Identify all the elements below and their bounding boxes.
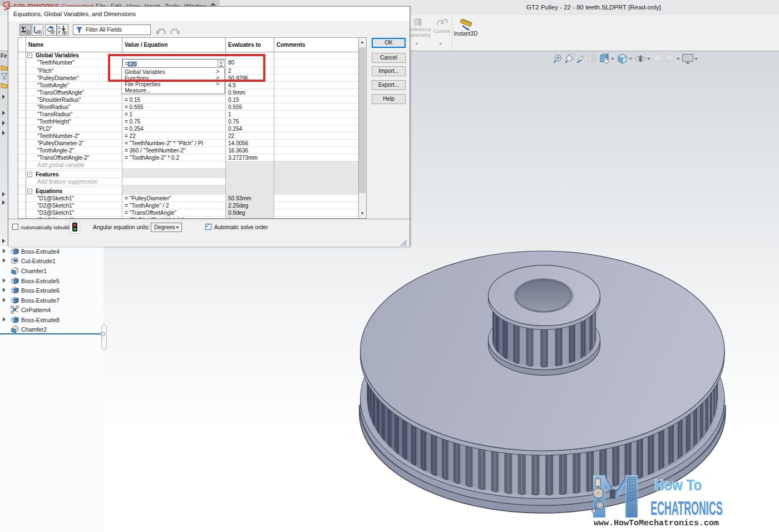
svg-text:2: 2 [58,29,61,35]
